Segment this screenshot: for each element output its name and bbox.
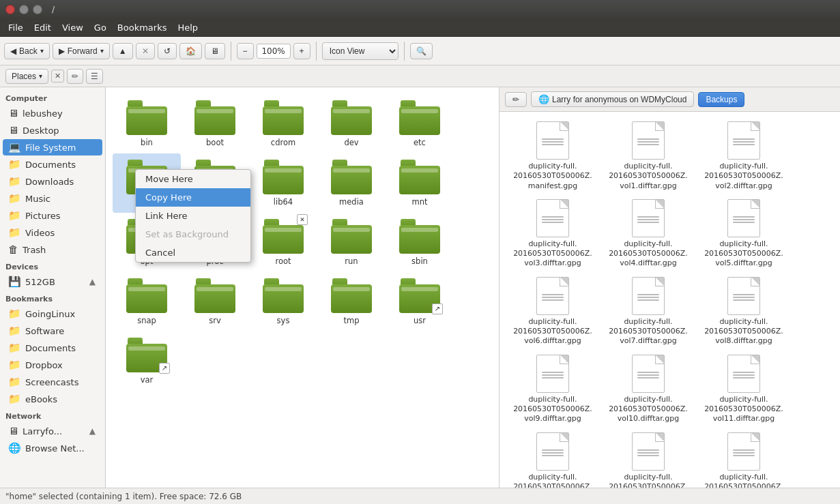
sidebar-item-lebushey[interactable]: 🖥 lebushey bbox=[3, 105, 102, 121]
doc-vol8[interactable]: duplicity-full.20160530T050006Z.vol8.dif… bbox=[696, 273, 792, 351]
folder-run[interactable]: run bbox=[317, 213, 386, 272]
sidebar-item-screencasts[interactable]: 📁 Screencasts bbox=[3, 374, 102, 390]
right-file-area[interactable]: duplicity-full.20160530T050006Z.manifest… bbox=[499, 112, 840, 488]
folder-bin[interactable]: bin bbox=[113, 94, 181, 153]
sidebar-item-pictures[interactable]: 📁 Pictures bbox=[3, 207, 102, 224]
folder-boot[interactable]: boot bbox=[181, 94, 249, 153]
network-browse-icon: 🌐 bbox=[8, 442, 21, 454]
folder-var[interactable]: ↗ var bbox=[113, 331, 181, 391]
forward-button[interactable]: ▶ Forward ▾ bbox=[53, 43, 110, 59]
sidebar-item-music[interactable]: 📁 Music bbox=[3, 190, 102, 207]
doc-vol6[interactable]: duplicity-full.20160530T050006Z.vol6.dif… bbox=[505, 273, 600, 351]
doc-vol5[interactable]: duplicity-full.20160530T050006Z.vol5.dif… bbox=[696, 195, 792, 273]
folder-mnt[interactable]: mnt bbox=[386, 153, 454, 213]
places-chevron-icon: ▾ bbox=[39, 72, 42, 80]
edit-location-right-button[interactable]: ✏ bbox=[505, 92, 527, 107]
doc-vol11[interactable]: duplicity-full.20160530T050006Z.vol11.di… bbox=[696, 351, 792, 428]
places-label: Places bbox=[12, 72, 36, 81]
folder-media[interactable]: media bbox=[317, 153, 386, 213]
ctx-move-here[interactable]: Move Here bbox=[136, 170, 250, 188]
places-button[interactable]: Places ▾ bbox=[5, 69, 48, 84]
close-button[interactable] bbox=[5, 5, 15, 14]
doc-vol9[interactable]: duplicity-full.20160530T050006Z.vol9.dif… bbox=[505, 351, 600, 428]
menu-view[interactable]: View bbox=[57, 21, 89, 34]
menu-help[interactable]: Help bbox=[172, 21, 203, 34]
documents-icon: 📁 bbox=[8, 158, 21, 171]
eject-button[interactable]: ▲ bbox=[88, 276, 97, 288]
stop-button[interactable]: ✕ bbox=[136, 43, 155, 59]
folder-cdrom[interactable]: cdrom bbox=[249, 94, 317, 153]
view-mode-select[interactable]: Icon View List View Compact View bbox=[322, 42, 399, 60]
edit-location-button[interactable]: ✏ bbox=[67, 69, 83, 84]
folder-lib64[interactable]: lib64 bbox=[249, 153, 317, 213]
doc-manifest[interactable]: duplicity-full.20160530T050006Z.manifest… bbox=[505, 117, 600, 195]
menu-go[interactable]: Go bbox=[89, 21, 112, 34]
doc-thumbnail bbox=[632, 277, 665, 315]
folder-tmp[interactable]: tmp bbox=[317, 272, 386, 331]
folder-name: mnt bbox=[412, 197, 428, 207]
maximize-button[interactable] bbox=[33, 5, 42, 14]
folder-etc[interactable]: etc bbox=[386, 94, 454, 153]
network-location-label: Larry for anonymous on WDMyCloud bbox=[552, 95, 686, 104]
sidebar-item-512gb[interactable]: 💾 512GB ▲ bbox=[3, 273, 102, 290]
folder-sys[interactable]: sys bbox=[249, 272, 317, 331]
forward-label: Forward bbox=[68, 46, 98, 56]
dropbox-icon: 📁 bbox=[8, 359, 21, 371]
sidebar-item-label: Downloads bbox=[25, 177, 74, 187]
computer-button[interactable]: 🖥 bbox=[205, 43, 225, 59]
backups-tab-button[interactable]: Backups bbox=[698, 92, 744, 107]
folder-dev[interactable]: dev bbox=[317, 94, 386, 153]
doc-vol3[interactable]: duplicity-full.20160530T050006Z.vol3.dif… bbox=[505, 195, 600, 273]
doc-vol12[interactable]: duplicity-full.20160530T050006Z.vol12.di… bbox=[505, 428, 600, 488]
sidebar-item-videos[interactable]: 📁 Videos bbox=[3, 224, 102, 241]
network-location-button[interactable]: 🌐 Larry for anonymous on WDMyCloud bbox=[531, 91, 694, 107]
disconnect-button[interactable]: ▲ bbox=[88, 425, 97, 437]
sidebar-item-trash[interactable]: 🗑 Trash bbox=[3, 241, 102, 258]
doc-vol7[interactable]: duplicity-full.20160530T050006Z.vol7.dif… bbox=[600, 273, 696, 351]
sidebar-item-goinglinux[interactable]: 📁 GoingLinux bbox=[3, 306, 102, 322]
doc-vol2[interactable]: duplicity-full.20160530T050006Z.vol2.dif… bbox=[696, 117, 792, 195]
home-button[interactable]: 🏠 bbox=[179, 43, 202, 59]
folder-sbin[interactable]: sbin bbox=[386, 213, 454, 272]
sidebar-item-downloads[interactable]: 📁 Downloads bbox=[3, 173, 102, 190]
menu-file[interactable]: File bbox=[3, 21, 29, 34]
music-icon: 📁 bbox=[8, 192, 21, 205]
trash-icon: 🗑 bbox=[8, 243, 18, 256]
bookmark-location-button[interactable]: ☰ bbox=[86, 69, 103, 84]
reload-button[interactable]: ↺ bbox=[158, 43, 177, 59]
doc-vol14[interactable]: duplicity-full.20160530T050006Z.vol14.di… bbox=[696, 428, 792, 488]
search-button[interactable]: 🔍 bbox=[410, 43, 433, 59]
ctx-copy-here[interactable]: Copy Here bbox=[136, 188, 250, 207]
sidebar-item-documents[interactable]: 📁 Documents bbox=[3, 156, 102, 173]
menu-edit[interactable]: Edit bbox=[29, 21, 57, 34]
folder-snap[interactable]: snap bbox=[113, 272, 181, 331]
folder-root[interactable]: ✕ root bbox=[249, 213, 317, 272]
doc-vol4[interactable]: duplicity-full.20160530T050006Z.vol4.dif… bbox=[600, 195, 696, 273]
doc-vol13[interactable]: duplicity-full.20160530T050006Z.vol13.di… bbox=[600, 428, 696, 488]
doc-vol10[interactable]: duplicity-full.20160530T050006Z.vol10.di… bbox=[600, 351, 696, 428]
sidebar-item-larryfo[interactable]: 🖥 Larryfo... ▲ bbox=[3, 423, 102, 439]
sidebar-item-software[interactable]: 📁 Software bbox=[3, 323, 102, 339]
sidebar-item-ebooks[interactable]: 📁 eBooks bbox=[3, 391, 102, 407]
folder-usr[interactable]: ↗ usr bbox=[386, 272, 454, 331]
menu-bookmarks[interactable]: Bookmarks bbox=[112, 21, 173, 34]
filesystem-icon: 💻 bbox=[8, 141, 21, 153]
sidebar-item-desktop[interactable]: 🖥 Desktop bbox=[3, 122, 102, 138]
zoom-in-button[interactable]: + bbox=[293, 43, 310, 59]
zoom-out-button[interactable]: − bbox=[237, 43, 254, 59]
back-button[interactable]: ◀ Back ▾ bbox=[4, 43, 50, 59]
sidebar-item-browsenet[interactable]: 🌐 Browse Net... bbox=[3, 440, 102, 456]
doc-vol1[interactable]: duplicity-full.20160530T050006Z.vol1.dif… bbox=[600, 117, 696, 195]
folder-srv[interactable]: srv bbox=[181, 272, 249, 331]
ctx-cancel[interactable]: Cancel bbox=[136, 243, 250, 262]
minimize-button[interactable] bbox=[19, 5, 29, 14]
close-places-button[interactable]: ✕ bbox=[51, 70, 64, 83]
sidebar-item-dropbox[interactable]: 📁 Dropbox bbox=[3, 357, 102, 373]
file-area[interactable]: bin boot cdrom dev etc home lib lib64 bbox=[106, 87, 499, 488]
folder-name: sbin bbox=[411, 256, 428, 267]
ctx-link-here[interactable]: Link Here bbox=[136, 207, 250, 225]
stop-icon: ✕ bbox=[142, 46, 149, 56]
sidebar-item-filesystem[interactable]: 💻 File System bbox=[3, 139, 102, 155]
up-button[interactable]: ▲ bbox=[113, 43, 133, 59]
sidebar-item-documents2[interactable]: 📁 Documents bbox=[3, 340, 102, 356]
